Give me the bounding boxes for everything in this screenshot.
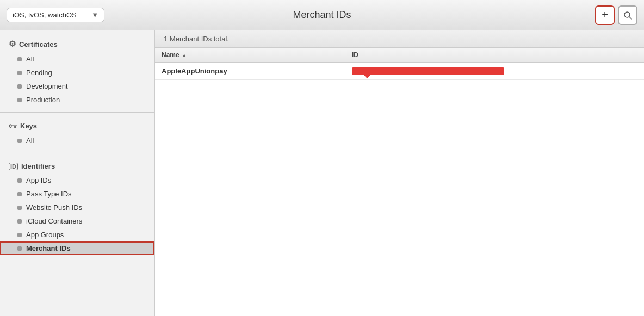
bullet-icon [17, 139, 22, 143]
bullet-icon [17, 98, 22, 102]
sidebar-item-certs-production[interactable]: Production [0, 93, 154, 107]
sidebar: ⚙ Certificates All Pending Development P… [0, 30, 155, 316]
platform-label: iOS, tvOS, watchOS [13, 11, 77, 19]
sidebar-section-label-keys: Keys [20, 122, 37, 130]
sidebar-section-header-certificates: ⚙ Certificates [0, 36, 154, 52]
sidebar-item-certs-all[interactable]: All [0, 52, 154, 66]
add-button[interactable]: + [595, 5, 615, 25]
search-icon [623, 11, 632, 20]
table-header: Name ▲ ID [155, 48, 644, 63]
cell-name: AppleAppUnionpay [155, 63, 345, 79]
bullet-icon [17, 192, 22, 196]
main-container: ⚙ Certificates All Pending Development P… [0, 30, 644, 316]
sidebar-section-certificates: ⚙ Certificates All Pending Development P… [0, 30, 154, 113]
bullet-icon [17, 71, 22, 75]
bullet-icon [17, 178, 22, 183]
bullet-icon [17, 206, 22, 210]
id-icon: ID [9, 163, 18, 170]
platform-selector[interactable]: iOS, tvOS, watchOS ▼ [7, 8, 104, 22]
sidebar-item-label: Merchant IDs [26, 244, 71, 252]
bullet-icon [17, 57, 22, 61]
bullet-icon [17, 246, 22, 251]
bullet-icon [17, 219, 22, 224]
bullet-icon [17, 233, 22, 237]
chevron-down-icon: ▼ [91, 11, 98, 19]
sidebar-item-label: iCloud Containers [26, 217, 82, 225]
sidebar-item-website-push-ids[interactable]: Website Push IDs [0, 201, 154, 214]
sidebar-item-label: Development [26, 82, 68, 90]
sidebar-item-pass-type-ids[interactable]: Pass Type IDs [0, 187, 154, 201]
sort-arrow-icon: ▲ [182, 52, 187, 58]
column-id-label: ID [352, 51, 358, 59]
table-row[interactable]: AppleAppUnionpay [155, 63, 644, 80]
column-name-label: Name [162, 51, 179, 59]
sidebar-section-identifiers: ID Identifiers App IDs Pass Type IDs Web… [0, 153, 154, 261]
gear-icon: ⚙ [9, 39, 16, 49]
sidebar-section-keys: 🗝 Keys All [0, 113, 154, 153]
sidebar-item-label: App Groups [26, 231, 64, 239]
sidebar-item-app-groups[interactable]: App Groups [0, 228, 154, 241]
sidebar-item-label: Production [26, 96, 60, 104]
top-bar: iOS, tvOS, watchOS ▼ Merchant IDs + [0, 0, 644, 30]
sidebar-item-certs-development[interactable]: Development [0, 79, 154, 93]
key-icon: 🗝 [9, 121, 17, 131]
sidebar-item-label: All [26, 55, 34, 63]
row-name-value: AppleAppUnionpay [162, 67, 227, 75]
sidebar-item-merchant-ids[interactable]: Merchant IDs [0, 241, 154, 255]
search-button[interactable] [618, 5, 637, 25]
cell-id [345, 63, 644, 79]
sidebar-section-label-identifiers: Identifiers [21, 162, 55, 170]
sidebar-item-label: Pass Type IDs [26, 190, 72, 198]
content-summary: 1 Merchant IDs total. [155, 30, 644, 48]
redacted-id-bar [352, 67, 504, 75]
toolbar-buttons: + [595, 5, 637, 25]
content-area: 1 Merchant IDs total. Name ▲ ID AppleApp… [155, 30, 644, 316]
bullet-icon [17, 84, 22, 89]
column-header-name[interactable]: Name ▲ [155, 48, 345, 62]
sidebar-section-header-identifiers: ID Identifiers [0, 159, 154, 174]
sidebar-item-label: App IDs [26, 176, 51, 184]
sidebar-item-icloud-containers[interactable]: iCloud Containers [0, 214, 154, 228]
column-header-id[interactable]: ID [345, 48, 644, 62]
sidebar-item-keys-all[interactable]: All [0, 134, 154, 147]
sidebar-item-label: Website Push IDs [26, 203, 82, 212]
sidebar-item-label: All [26, 137, 34, 145]
summary-text: 1 Merchant IDs total. [164, 35, 229, 43]
svg-line-1 [629, 17, 631, 19]
page-title: Merchant IDs [293, 9, 351, 21]
sidebar-item-label: Pending [26, 69, 52, 77]
sidebar-item-app-ids[interactable]: App IDs [0, 174, 154, 187]
sidebar-section-header-keys: 🗝 Keys [0, 118, 154, 134]
sidebar-item-certs-pending[interactable]: Pending [0, 66, 154, 79]
sidebar-section-label-certificates: Certificates [19, 40, 58, 48]
